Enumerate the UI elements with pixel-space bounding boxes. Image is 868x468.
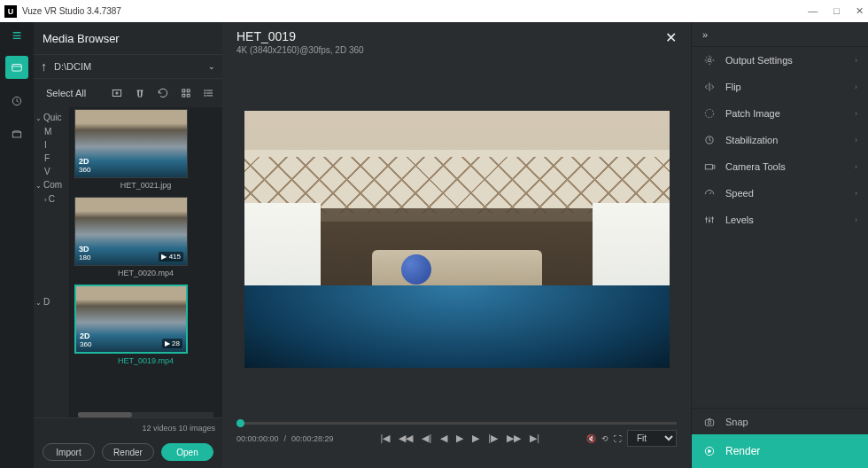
patch-image-item[interactable]: Patch Image›: [692, 100, 868, 127]
svg-point-19: [708, 420, 711, 424]
speed-item[interactable]: Speed›: [692, 180, 868, 207]
svg-point-10: [205, 95, 205, 96]
fit-select[interactable]: Fit: [627, 430, 677, 447]
thumbnail-name: HET_0019.mp4: [74, 356, 217, 365]
svg-rect-7: [187, 94, 190, 97]
rail-storyboard[interactable]: [5, 123, 28, 146]
next-clip-icon[interactable]: ▶▶: [507, 433, 521, 444]
flip-icon: [702, 81, 717, 93]
play-icon[interactable]: ▶: [456, 433, 463, 444]
svg-point-9: [205, 92, 205, 93]
hamburger-icon[interactable]: ≡: [12, 27, 22, 45]
refresh-icon[interactable]: [157, 87, 169, 99]
add-folder-icon[interactable]: [111, 87, 123, 99]
prev-clip-icon[interactable]: ◀◀: [399, 433, 413, 444]
camera-icon: [702, 160, 717, 173]
thumbnail-name: HET_0020.mp4: [74, 269, 217, 277]
output-settings-item[interactable]: Output Settings›: [692, 47, 868, 74]
media-title: HET_0019: [236, 29, 665, 43]
speed-icon: [702, 187, 717, 199]
stabilization-icon: [702, 134, 717, 146]
right-panel: » Output Settings› Flip› Patch Image› St…: [691, 22, 868, 468]
svg-rect-14: [705, 165, 712, 169]
collapse-panel-icon[interactable]: »: [692, 22, 868, 47]
levels-icon: [702, 214, 717, 226]
svg-rect-0: [12, 65, 22, 72]
next-frame-icon[interactable]: ▶: [472, 433, 479, 444]
mute-icon[interactable]: 🔇: [586, 434, 596, 443]
loop-icon[interactable]: ⟲: [601, 434, 608, 443]
thumbnails-pane[interactable]: 2D360 HET_0021.jpg 3D180▶ 415 HET_0020.m…: [69, 107, 222, 417]
close-icon[interactable]: ✕: [665, 29, 677, 46]
stabilization-item[interactable]: Stabilization›: [692, 127, 868, 153]
browser-status: 12 videos 10 images: [34, 417, 222, 438]
step-back-icon[interactable]: ◀|: [422, 433, 431, 444]
maximize-button[interactable]: □: [833, 5, 840, 17]
goto-end-icon[interactable]: ▶|: [530, 433, 539, 444]
rail-media-browser[interactable]: [5, 56, 28, 79]
render-icon: [702, 445, 717, 457]
path-row: ↑ D:\DCIM ⌄: [34, 54, 222, 79]
svg-point-8: [205, 90, 205, 91]
svg-rect-6: [182, 94, 185, 97]
up-folder-icon[interactable]: ↑: [41, 59, 47, 74]
media-browser: Media Browser ↑ D:\DCIM ⌄ Select All ⌄Qu…: [34, 22, 222, 468]
browser-toolbar: Select All: [34, 79, 222, 107]
time-duration: 00:00:28:29: [291, 434, 334, 443]
title-bar: U Vuze VR Studio 3.4.7387 — □ ✕: [0, 0, 868, 22]
render-button[interactable]: Render: [102, 443, 154, 461]
viewer-panel: HET_0019 4K (3840x2160)@30fps, 2D 360 ✕ …: [222, 22, 691, 468]
svg-point-12: [705, 109, 713, 117]
seek-slider[interactable]: [236, 422, 677, 425]
flip-item[interactable]: Flip›: [692, 74, 868, 100]
rail-timeline[interactable]: [5, 90, 28, 113]
snap-button[interactable]: Snap: [692, 408, 868, 434]
thumbnail[interactable]: 3D180▶ 415 HET_0020.mp4: [74, 197, 217, 277]
open-button[interactable]: Open: [161, 443, 213, 461]
thumbnail-name: HET_0021.jpg: [74, 181, 217, 190]
folder-tree[interactable]: ⌄Quic M I F V ⌄Com ›C ⌄D: [34, 107, 69, 417]
svg-rect-5: [187, 90, 190, 92]
svg-point-11: [708, 58, 711, 62]
fullscreen-icon[interactable]: ⛶: [614, 434, 622, 443]
render-main-button[interactable]: Render: [692, 434, 868, 468]
media-subtitle: 4K (3840x2160)@30fps, 2D 360: [236, 45, 665, 55]
path-select[interactable]: D:\DCIM: [54, 61, 201, 72]
camera-tools-item[interactable]: Camera Tools›: [692, 153, 868, 180]
close-window-button[interactable]: ✕: [856, 5, 864, 17]
horizontal-scrollbar[interactable]: [78, 412, 213, 417]
left-rail: ≡: [0, 22, 34, 468]
browser-title: Media Browser: [34, 22, 222, 54]
levels-item[interactable]: Levels›: [692, 207, 868, 233]
import-button[interactable]: Import: [43, 443, 95, 461]
time-current: 00:00:00:00: [236, 434, 279, 443]
gear-icon: [702, 54, 717, 66]
delete-icon[interactable]: [134, 87, 146, 99]
list-view-icon[interactable]: [203, 87, 215, 99]
svg-rect-4: [182, 90, 185, 92]
app-icon: U: [4, 5, 17, 18]
thumbnail[interactable]: 2D360▶ 28 HET_0019.mp4: [74, 285, 217, 365]
chevron-down-icon[interactable]: ⌄: [208, 62, 215, 71]
grid-view-icon[interactable]: [180, 87, 192, 99]
goto-start-icon[interactable]: |◀: [381, 433, 391, 444]
app-title: Vuze VR Studio 3.4.7387: [22, 6, 808, 16]
svg-rect-2: [12, 132, 20, 137]
step-fwd-icon[interactable]: |▶: [488, 433, 498, 444]
preview-image[interactable]: [244, 111, 670, 368]
camera-snap-icon: [702, 416, 717, 428]
thumbnail[interactable]: 2D360 HET_0021.jpg: [74, 109, 217, 190]
patch-icon: [702, 107, 717, 120]
minimize-button[interactable]: —: [808, 5, 818, 17]
prev-frame-icon[interactable]: ◀: [440, 433, 447, 444]
select-all-button[interactable]: Select All: [46, 88, 86, 98]
